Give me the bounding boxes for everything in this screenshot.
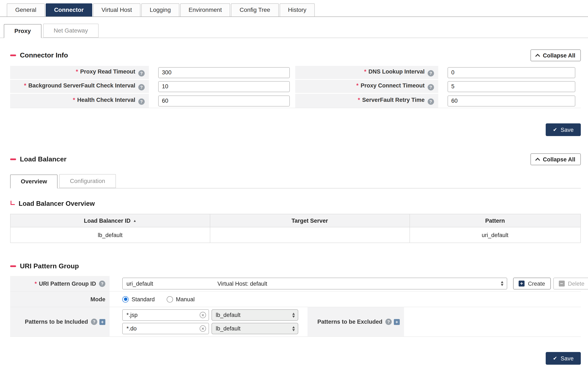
subsection-title-load-balancer-overview: Load Balancer Overview <box>19 200 95 208</box>
field-label-proxy-read-timeout: *Proxy Read Timeout? <box>10 66 149 80</box>
field-label-proxy-connect-timeout: *Proxy Connect Timeout? <box>295 80 438 94</box>
create-label: Create <box>528 280 545 287</box>
connector-sub-tab-bar: Proxy Net Gateway <box>0 17 588 38</box>
column-header-target-server[interactable]: Target Server <box>210 214 410 227</box>
tab-connector[interactable]: Connector <box>46 3 92 17</box>
patterns-row: Patterns to be Included?+ *.jsp ✕ lb_def… <box>10 307 581 337</box>
field-label-text: Proxy Read Timeout <box>80 68 135 75</box>
field-label-background-serverfault-check-interval: *Background ServerFault Check Interval? <box>10 80 149 94</box>
proxy-connect-timeout-input[interactable] <box>447 81 575 92</box>
column-header-pattern[interactable]: Pattern <box>409 214 581 227</box>
tab-net-gateway[interactable]: Net Gateway <box>43 24 99 38</box>
uri-pattern-group-form: *URI Pattern Group ID? uri_default Virtu… <box>10 276 581 337</box>
tab-config-tree[interactable]: Config Tree <box>231 3 279 17</box>
tab-virtual-host[interactable]: Virtual Host <box>93 3 140 17</box>
help-icon[interactable]: ? <box>427 70 434 76</box>
tab-history[interactable]: History <box>279 3 315 17</box>
tab-logging[interactable]: Logging <box>141 3 179 17</box>
collapse-section-icon[interactable] <box>10 265 16 267</box>
column-header-load-balancer-id[interactable]: Load Balancer ID▲ <box>10 214 210 227</box>
form-row: *Background ServerFault Check Interval? … <box>10 80 581 94</box>
radio-option-manual[interactable]: Manual <box>167 296 195 302</box>
radio-label: Standard <box>132 296 155 302</box>
help-icon[interactable]: ? <box>99 280 105 287</box>
select-value: lb_default <box>216 325 291 332</box>
serverfault-retry-time-input[interactable] <box>447 95 575 106</box>
create-button[interactable]: + Create <box>513 278 550 289</box>
proxy-read-timeout-input[interactable] <box>158 67 290 78</box>
help-icon[interactable]: ? <box>427 84 434 90</box>
collapse-section-icon[interactable] <box>10 55 16 56</box>
add-pattern-icon[interactable]: + <box>394 319 400 325</box>
dns-lookup-interval-input[interactable] <box>447 67 575 78</box>
cell-target-server <box>210 227 410 243</box>
tab-configuration[interactable]: Configuration <box>60 174 116 188</box>
pattern-input[interactable]: *.jsp ✕ <box>122 309 209 321</box>
table-row[interactable]: lb_default uri_default <box>10 227 581 243</box>
field-label-text: ServerFault Retry Time <box>362 97 424 103</box>
background-serverfault-check-interval-input[interactable] <box>158 81 290 92</box>
main-tab-bar: General Connector Virtual Host Logging E… <box>0 0 588 17</box>
collapse-all-label: Collapse All <box>543 52 575 58</box>
field-label-serverfault-retry-time: *ServerFault Retry Time? <box>295 94 438 108</box>
pattern-load-balancer-select[interactable]: lb_default <box>211 323 298 334</box>
save-button[interactable]: ✔ Save <box>546 123 581 136</box>
save-label: Save <box>561 355 574 362</box>
uri-pattern-group-id-select[interactable]: uri_default Virtual Host: default <box>122 278 507 289</box>
add-pattern-icon[interactable]: + <box>99 319 105 325</box>
help-icon[interactable]: ? <box>385 319 392 325</box>
field-label-text: DNS Lookup Interval <box>368 68 425 75</box>
form-row: *Proxy Read Timeout? *DNS Lookup Interva… <box>10 66 581 80</box>
uri-pattern-group-header: URI Pattern Group <box>10 260 581 272</box>
help-icon[interactable]: ? <box>138 98 145 105</box>
check-icon: ✔ <box>553 127 557 132</box>
help-icon[interactable]: ? <box>427 98 434 105</box>
sort-ascending-icon: ▲ <box>133 219 136 223</box>
field-label-patterns-excluded: Patterns to be Excluded?+ <box>308 307 404 336</box>
field-label-text: Proxy Connect Timeout <box>361 82 425 89</box>
help-icon[interactable]: ? <box>91 319 97 325</box>
tab-proxy[interactable]: Proxy <box>4 24 42 38</box>
table-header-row: Load Balancer ID▲ Target Server Pattern <box>10 214 581 227</box>
radio-option-standard[interactable]: Standard <box>122 296 155 302</box>
field-label-dns-lookup-interval: *DNS Lookup Interval? <box>295 66 438 80</box>
tab-general[interactable]: General <box>7 3 45 17</box>
column-header-label: Load Balancer ID <box>84 217 131 224</box>
uri-pattern-group-save-row: ✔ Save <box>10 352 581 365</box>
field-label-text: Patterns to be Excluded <box>317 319 382 325</box>
collapse-all-button[interactable]: Collapse All <box>530 153 581 165</box>
collapse-all-button[interactable]: Collapse All <box>530 49 581 61</box>
pattern-row: *.do ✕ lb_default <box>122 323 298 334</box>
mode-radio-group: Standard Manual <box>122 296 195 302</box>
tab-environment[interactable]: Environment <box>180 3 230 17</box>
collapse-all-label: Collapse All <box>543 156 575 162</box>
field-label-text: Mode <box>90 296 105 302</box>
form-row: *Health Check Interval? *ServerFault Ret… <box>10 94 581 108</box>
clear-icon[interactable]: ✕ <box>200 312 206 318</box>
delete-button[interactable]: − Delete <box>553 278 588 289</box>
section-title-load-balancer: Load Balancer <box>20 155 67 163</box>
help-icon[interactable]: ? <box>138 84 145 90</box>
corner-icon <box>11 201 15 205</box>
pattern-load-balancer-select[interactable]: lb_default <box>211 309 298 321</box>
uri-pattern-group-id-row: *URI Pattern Group ID? uri_default Virtu… <box>10 276 581 292</box>
tab-overview[interactable]: Overview <box>10 174 58 189</box>
select-value: uri_default <box>126 280 217 287</box>
collapse-section-icon[interactable] <box>10 158 16 160</box>
select-stepper-icon <box>291 326 296 331</box>
main-content: Connector Info Collapse All *Proxy Read … <box>0 49 588 382</box>
required-asterisk: * <box>73 97 75 103</box>
field-label-health-check-interval: *Health Check Interval? <box>10 94 149 108</box>
radio-selected-icon <box>122 296 129 302</box>
connector-info-header: Connector Info Collapse All <box>10 49 581 62</box>
connector-info-save-row: ✔ Save <box>10 123 581 136</box>
mode-row: Mode Standard Manual <box>10 292 581 307</box>
save-button[interactable]: ✔ Save <box>546 352 581 365</box>
included-pattern-list: *.jsp ✕ lb_default *.do ✕ <box>122 309 298 334</box>
health-check-interval-input[interactable] <box>158 95 290 106</box>
help-icon[interactable]: ? <box>138 70 145 76</box>
section-title-uri-pattern-group: URI Pattern Group <box>20 262 79 270</box>
plus-square-icon: + <box>519 281 525 286</box>
pattern-input[interactable]: *.do ✕ <box>122 323 209 334</box>
clear-icon[interactable]: ✕ <box>200 325 206 332</box>
